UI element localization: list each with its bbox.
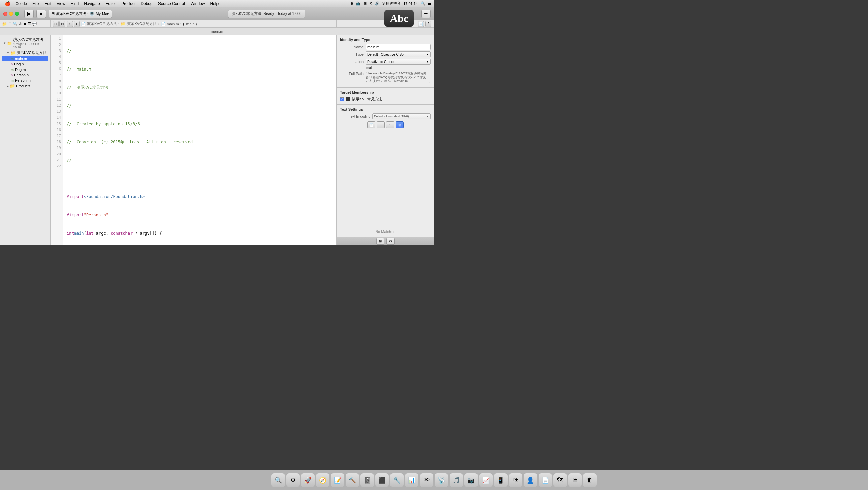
code-editor[interactable]: 1 2 3 4 5 6 7 8 9 10 11 12 13 14 15 16 1…: [51, 35, 336, 245]
inspector-refresh-btn[interactable]: ↺: [386, 238, 395, 245]
breadcrumb: 📄 演示KVC常见方法 › 📁 演示KVC常见方法 › 📄 main.m › ƒ…: [81, 20, 334, 28]
warning-icon[interactable]: ⚠: [19, 22, 22, 26]
h-file-icon: h: [11, 62, 13, 66]
minimize-button[interactable]: [9, 12, 13, 16]
text-encoding-select[interactable]: Default - Unicode (UTF-8) ▼: [372, 113, 431, 119]
menubar-xcode[interactable]: Xcode: [13, 1, 29, 6]
abc-label: Abc: [390, 12, 408, 24]
panel-toggle-btn[interactable]: ☰: [421, 10, 431, 18]
text-format-grid-btn[interactable]: ⊞: [396, 121, 404, 128]
project-root: ▼ 📁 演示KVC常见方法 1 target, OS X SDK 10.10 ▼…: [0, 35, 50, 90]
thread-icon[interactable]: 💬: [32, 22, 37, 26]
close-button[interactable]: [3, 12, 7, 16]
text-format-code-btn[interactable]: {}: [377, 121, 385, 128]
back-btn[interactable]: ‹: [67, 21, 73, 27]
encoding-chevron: ▼: [426, 115, 429, 118]
breadcrumb-func-icon: ƒ: [183, 22, 185, 26]
file-person-h[interactable]: h Person.h: [2, 72, 48, 78]
code-text[interactable]: // // main.m // 演示KVC常见方法 // // Created …: [63, 35, 336, 245]
scheme-selector[interactable]: ⊞ 演示KVC常见方法 › 💻 My Mac: [49, 10, 112, 18]
menubar-expand[interactable]: ⊕: [350, 1, 353, 6]
line-num-21: 21: [51, 157, 61, 163]
menubar-edit[interactable]: Edit: [42, 1, 54, 6]
file-inspector-btn[interactable]: 📄: [418, 21, 424, 27]
menubar-help[interactable]: Help: [208, 1, 221, 6]
project-name: 演示KVC常见方法: [13, 37, 47, 42]
menubar-search-icon[interactable]: 🔍: [421, 1, 425, 6]
menubar-view[interactable]: View: [54, 1, 68, 6]
inspector-grid-btn[interactable]: ⊞: [376, 238, 384, 245]
membership-checkbox[interactable]: ✓: [340, 97, 344, 101]
assistant-editor-btn[interactable]: ⊠: [59, 21, 65, 27]
line-num-15: 15: [51, 121, 61, 127]
products-group[interactable]: ▶ 📁 Products: [2, 83, 48, 89]
code-line-1: //: [67, 48, 333, 54]
group-item[interactable]: ▼ 📁 演示KVC常见方法: [2, 50, 48, 56]
help-btn[interactable]: ?: [425, 21, 431, 27]
menubar-ime: S 搜狗拼音: [382, 1, 401, 6]
code-line-10: #import "Person.h": [67, 212, 333, 218]
breadcrumb-function[interactable]: main(): [186, 22, 197, 26]
text-format-doc-btn[interactable]: 📄: [367, 121, 375, 128]
location-select[interactable]: Relative to Group ▼: [366, 59, 431, 65]
breadcrumb-folder-icon: 📁: [121, 22, 125, 26]
project-target: 1 target, OS X SDK 10.10: [13, 42, 47, 49]
text-settings-section: Text Settings Text Encoding Default - Un…: [337, 105, 434, 131]
apple-menu[interactable]: 🍎: [3, 1, 12, 6]
file-dog-m[interactable]: m Dog.m: [2, 67, 48, 72]
code-line-9: #import <Foundation/Foundation.h>: [67, 194, 333, 200]
folder-icon[interactable]: 📁: [2, 22, 7, 26]
menubar-file[interactable]: File: [30, 1, 41, 6]
name-field[interactable]: [366, 44, 431, 50]
membership-section: Target Membership ✓ 演示KVC常见方法: [337, 88, 434, 105]
file-person-m[interactable]: m Person.m: [2, 78, 48, 83]
file-tab-label[interactable]: main.m: [211, 29, 223, 33]
inspector-panel: Identity and Type Name Type Default - Ob…: [336, 35, 434, 245]
stop-button[interactable]: ■: [36, 10, 46, 18]
menubar-time: 17:01:14: [403, 2, 418, 6]
menubar-product[interactable]: Product: [119, 1, 138, 6]
breadcrumb-group[interactable]: 演示KVC常见方法: [127, 21, 157, 26]
vcs-icon[interactable]: ⊞: [8, 22, 11, 26]
project-item[interactable]: ▼ 📁 演示KVC常见方法 1 target, OS X SDK 10.10: [2, 36, 48, 50]
menubar-list-icon[interactable]: ☰: [428, 1, 431, 6]
toolbar-right-icons: ☰: [421, 10, 431, 18]
breadcrumb-file[interactable]: main.m: [167, 22, 179, 26]
log-icon[interactable]: ☰: [28, 22, 31, 26]
forward-btn[interactable]: ›: [74, 21, 80, 27]
file-label-dog-h: Dog.h: [14, 62, 24, 66]
line-num-20: 20: [51, 151, 61, 157]
menubar-screenshare: 📺: [356, 1, 361, 6]
file-main-m[interactable]: m main.m: [2, 56, 48, 61]
location-chevron: ▼: [426, 60, 429, 63]
inspector-spacer: [337, 131, 434, 226]
breakpoint-icon[interactable]: ◆: [24, 22, 26, 26]
scroll-handle[interactable]: ↕: [429, 80, 431, 83]
file-label-main: main.m: [15, 57, 27, 61]
menubar-debug[interactable]: Debug: [138, 1, 155, 6]
line-num-11: 11: [51, 97, 61, 103]
type-select[interactable]: Default - Objective-C So... ▼: [366, 51, 431, 57]
line-num-1: 1: [51, 36, 61, 42]
code-line-2: // main.m: [67, 66, 333, 72]
menubar-source-control[interactable]: Source Control: [156, 1, 187, 6]
menubar-find[interactable]: Find: [68, 1, 81, 6]
project-icon: 📁: [7, 41, 12, 46]
search-sidebar-icon[interactable]: 🔍: [13, 22, 18, 26]
line-num-7: 7: [51, 72, 61, 78]
code-line-5: // Created by apple on 15/3/6.: [67, 121, 333, 127]
menubar-rewind: ⟲: [369, 1, 372, 6]
line-num-5: 5: [51, 60, 61, 66]
standard-editor-btn[interactable]: ⊟: [53, 21, 59, 27]
target-color-icon: [346, 97, 350, 101]
run-button[interactable]: ▶: [24, 10, 34, 18]
menubar-navigate[interactable]: Navigate: [82, 1, 102, 6]
menubar-editor[interactable]: Editor: [103, 1, 118, 6]
line-numbers: 1 2 3 4 5 6 7 8 9 10 11 12 13 14 15 16 1…: [51, 35, 63, 245]
disclosure-icon: ▼: [3, 42, 6, 45]
menubar-window[interactable]: Window: [188, 1, 207, 6]
file-dog-h[interactable]: h Dog.h: [2, 61, 48, 67]
text-format-info-btn[interactable]: ℹ: [386, 121, 394, 128]
breadcrumb-project[interactable]: 演示KVC常见方法: [87, 21, 117, 26]
maximize-button[interactable]: [15, 12, 19, 16]
